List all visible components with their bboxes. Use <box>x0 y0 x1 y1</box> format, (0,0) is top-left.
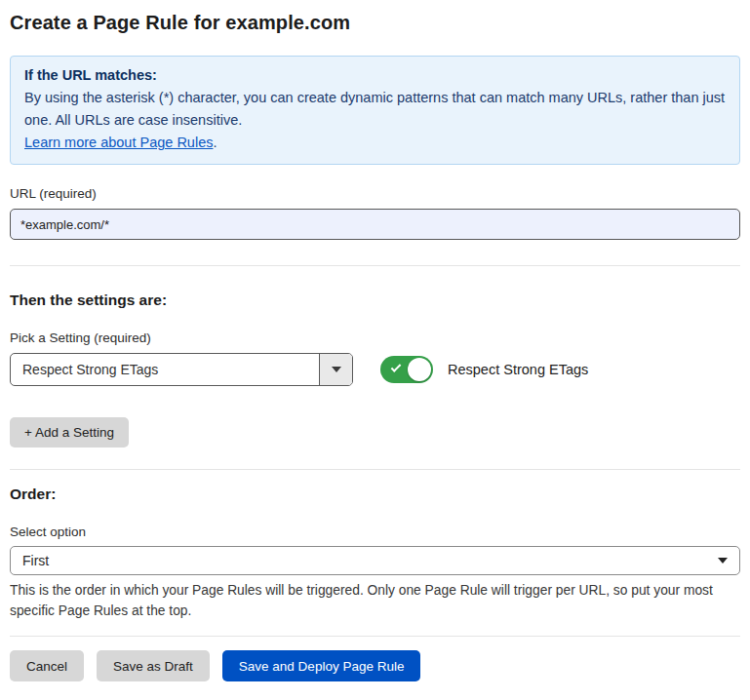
page-title: Create a Page Rule for example.com <box>10 12 740 34</box>
order-select-value: First <box>22 553 718 568</box>
toggle-label: Respect Strong ETags <box>448 362 588 377</box>
caret-down-icon <box>332 367 341 372</box>
add-setting-button[interactable]: + Add a Setting <box>10 417 129 447</box>
settings-heading: Then the settings are: <box>10 292 740 309</box>
setting-dropdown[interactable]: Respect Strong ETags <box>10 353 353 386</box>
order-help-text: This is the order in which your Page Rul… <box>10 580 736 621</box>
order-heading: Order: <box>10 486 740 503</box>
info-box-heading: If the URL matches: <box>24 64 726 87</box>
learn-more-link[interactable]: Learn more about Page Rules <box>24 135 213 150</box>
select-option-label: Select option <box>10 525 740 539</box>
order-select[interactable]: First <box>10 546 740 575</box>
divider <box>10 265 740 266</box>
save-deploy-button[interactable]: Save and Deploy Page Rule <box>222 650 421 681</box>
info-box-link-line: Learn more about Page Rules. <box>24 132 726 154</box>
chevron-down-icon <box>718 558 728 564</box>
pick-setting-label: Pick a Setting (required) <box>10 331 740 345</box>
setting-dropdown-arrow-button[interactable] <box>319 354 352 385</box>
url-label: URL (required) <box>10 186 740 201</box>
cancel-button[interactable]: Cancel <box>10 650 84 681</box>
check-icon <box>391 362 402 372</box>
divider <box>10 636 740 637</box>
divider <box>10 469 740 470</box>
setting-row: Respect Strong ETags Respect Strong ETag… <box>10 353 740 386</box>
link-period: . <box>213 135 217 150</box>
info-box: If the URL matches: By using the asteris… <box>10 56 740 165</box>
save-draft-button[interactable]: Save as Draft <box>97 650 210 681</box>
toggle-knob <box>408 358 431 381</box>
info-box-body: By using the asterisk (*) character, you… <box>24 87 726 132</box>
setting-dropdown-value: Respect Strong ETags <box>11 354 319 385</box>
page-rule-form: Create a Page Rule for example.com If th… <box>0 0 750 697</box>
footer-buttons: Cancel Save as Draft Save and Deploy Pag… <box>10 650 740 681</box>
etags-toggle[interactable] <box>380 356 433 383</box>
url-input[interactable] <box>10 209 740 240</box>
